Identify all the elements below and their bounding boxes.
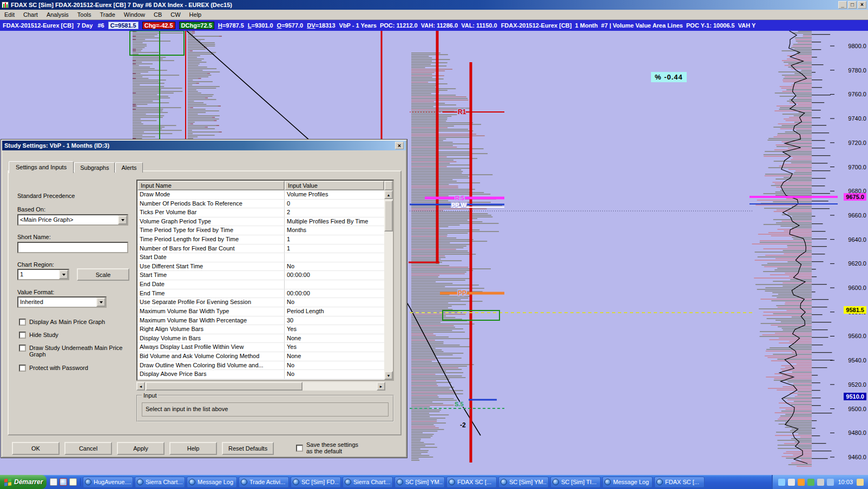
- reset-defaults-button[interactable]: Reset Defaults: [222, 442, 274, 455]
- chart-region[interactable]: R1R.5PP WPPS.5-2 % -0.44 9800.09780.0976…: [0, 31, 868, 475]
- value-format-select[interactable]: Inherited: [17, 296, 107, 308]
- tab-subgraphs[interactable]: Subgraphs: [74, 162, 115, 173]
- taskbar-button[interactable]: Sierra Chart...: [135, 477, 185, 488]
- input-row[interactable]: Maximum Volume Bar Width Percentage30: [137, 316, 384, 326]
- taskbar-button[interactable]: Message Log: [602, 477, 653, 488]
- inputs-table[interactable]: Input Name Input Value Draw ModeVolume P…: [136, 180, 394, 381]
- menu-chart[interactable]: Chart: [19, 10, 42, 19]
- tray-calendar-icon[interactable]: [857, 479, 864, 486]
- scroll-right-icon[interactable]: ►: [377, 382, 385, 391]
- taskbar-button[interactable]: SC [Sim] YM...: [394, 477, 445, 488]
- tray-antivirus-icon[interactable]: [807, 479, 814, 486]
- vertical-scrollbar[interactable]: ▲ ▼: [384, 190, 393, 380]
- study-settings-dialog[interactable]: Study Settings: VbP - 1 Months (ID:3) × …: [1, 140, 407, 458]
- menu-cw[interactable]: CW: [166, 10, 185, 19]
- taskbar-button[interactable]: Message Log: [187, 477, 237, 488]
- quicklaunch-notepad-icon[interactable]: [69, 478, 77, 486]
- checkbox[interactable]: [19, 332, 26, 339]
- input-row[interactable]: Number of Bars for Fixed Bar Count1: [137, 244, 384, 254]
- tray-volume-icon[interactable]: [788, 479, 795, 486]
- input-row[interactable]: Display Volume in BarsNone: [137, 334, 384, 343]
- input-row[interactable]: Draw Outline When Coloring Bid Volume an…: [137, 361, 384, 371]
- save-default-checkbox[interactable]: [296, 445, 303, 452]
- maximize-icon[interactable]: □: [848, 1, 857, 9]
- chevron-down-icon[interactable]: [96, 298, 106, 307]
- input-row[interactable]: End Time00:00:00: [137, 289, 384, 299]
- tray-display-icon[interactable]: [827, 479, 834, 486]
- input-row[interactable]: End Date: [137, 280, 384, 289]
- input-row[interactable]: Always Display Last Profile Within ViewY…: [137, 343, 384, 352]
- taskbar-button[interactable]: SC [Sim] FD...: [291, 477, 341, 488]
- start-button[interactable]: Démarrer: [0, 475, 47, 489]
- chart-region-select[interactable]: 1: [17, 269, 69, 280]
- minimize-icon[interactable]: _: [838, 1, 847, 9]
- scale-button[interactable]: Scale: [77, 268, 129, 281]
- menu-window[interactable]: Window: [120, 10, 149, 19]
- horizontal-scrollbar[interactable]: ◄ ►: [136, 382, 385, 391]
- chevron-down-icon[interactable]: [59, 270, 68, 279]
- menu-help[interactable]: Help: [185, 10, 206, 19]
- tray-printer-icon[interactable]: [817, 479, 824, 486]
- input-row[interactable]: Time Period Type for Fixed by TimeMonths: [137, 226, 384, 235]
- checkbox-row[interactable]: Protect with Password: [19, 365, 130, 372]
- price-scale[interactable]: 9800.09780.09760.09740.09720.09700.09680…: [834, 31, 868, 475]
- window-titlebar[interactable]: FDAX SC [Sim] FDAX-201512-Eurex [CB] 7 D…: [0, 0, 868, 10]
- dialog-titlebar[interactable]: Study Settings: VbP - 1 Months (ID:3) ×: [2, 141, 406, 150]
- input-row[interactable]: Start Date: [137, 253, 384, 262]
- menu-cb[interactable]: CB: [149, 10, 166, 19]
- checkbox-row[interactable]: Display As Main Price Graph: [19, 319, 130, 326]
- checkbox[interactable]: [19, 345, 26, 352]
- tab-alerts[interactable]: Alerts: [115, 162, 142, 173]
- input-row[interactable]: Start Time00:00:00: [137, 271, 384, 280]
- checkbox-row[interactable]: Hide Study: [19, 332, 130, 339]
- save-default-row[interactable]: Save these settings as the default: [296, 441, 358, 454]
- scroll-up-icon[interactable]: ▲: [384, 190, 393, 199]
- column-input-value[interactable]: Input Value: [285, 181, 384, 190]
- menu-tools[interactable]: Tools: [73, 10, 96, 19]
- input-row[interactable]: Volume Graph Period TypeMultiple Profile…: [137, 217, 384, 227]
- cancel-button[interactable]: Cancel: [64, 442, 112, 455]
- short-name-input[interactable]: [17, 242, 128, 253]
- inputs-table-header[interactable]: Input Name Input Value: [137, 181, 393, 190]
- input-row[interactable]: Display Above Price BarsNo: [137, 370, 384, 379]
- taskbar-button[interactable]: FDAX SC [...: [654, 477, 705, 488]
- quicklaunch-document-icon[interactable]: [50, 478, 57, 486]
- input-row[interactable]: Ticks Per Volume Bar2: [137, 208, 384, 217]
- horizontal-scroll-thumb[interactable]: [146, 382, 303, 391]
- scroll-down-icon[interactable]: ▼: [384, 371, 393, 380]
- input-row[interactable]: Number Of Periods Back To Reference0: [137, 200, 384, 209]
- apply-button[interactable]: Apply: [117, 442, 165, 455]
- taskbar-button[interactable]: SC [Sim] YM...: [498, 477, 549, 488]
- ok-button[interactable]: OK: [12, 442, 60, 455]
- menu-trade[interactable]: Trade: [96, 10, 120, 19]
- scroll-left-icon[interactable]: ◄: [136, 382, 145, 391]
- input-row[interactable]: Right Align Volume BarsYes: [137, 325, 384, 334]
- based-on-select[interactable]: <Main Price Graph>: [17, 214, 128, 226]
- vertical-scroll-thumb[interactable]: [384, 200, 393, 232]
- input-row[interactable]: Draw ModeVolume Profiles: [137, 190, 384, 200]
- dialog-close-icon[interactable]: ×: [395, 142, 404, 149]
- tab-settings-and-inputs[interactable]: Settings and Inputs: [9, 161, 74, 173]
- tray-updates-icon[interactable]: [798, 479, 805, 486]
- quicklaunch-search-icon[interactable]: [60, 478, 67, 486]
- input-row[interactable]: Bid Volume and Ask Volume Coloring Metho…: [137, 352, 384, 361]
- input-row[interactable]: Use Different Start TimeNo: [137, 262, 384, 272]
- checkbox-row[interactable]: Draw Study Underneath Main Price Graph: [19, 345, 130, 358]
- taskbar-button[interactable]: Trade Activi...: [239, 477, 289, 488]
- help-button[interactable]: Help: [169, 442, 217, 455]
- input-row[interactable]: Maximum Volume Bar Width TypePeriod Leng…: [137, 307, 384, 316]
- menu-edit[interactable]: Edit: [0, 10, 19, 19]
- checkbox[interactable]: [19, 319, 26, 326]
- taskbar-button[interactable]: HugAvenue....: [83, 477, 133, 488]
- taskbar-button[interactable]: SC [Sim] TI...: [550, 477, 601, 488]
- chevron-down-icon[interactable]: [118, 215, 127, 224]
- input-row[interactable]: Use Separate Profile For Evening Session…: [137, 298, 384, 307]
- taskbar-button[interactable]: FDAX SC [...: [446, 477, 497, 488]
- column-input-name[interactable]: Input Name: [137, 181, 285, 190]
- input-row[interactable]: Time Period Length for Fixed by Time1: [137, 235, 384, 244]
- tray-messenger-icon[interactable]: [778, 479, 785, 486]
- taskbar-button[interactable]: Sierra Chart...: [343, 477, 393, 488]
- checkbox[interactable]: [19, 365, 26, 372]
- menu-analysis[interactable]: Analysis: [42, 10, 73, 19]
- close-icon[interactable]: ×: [858, 1, 866, 9]
